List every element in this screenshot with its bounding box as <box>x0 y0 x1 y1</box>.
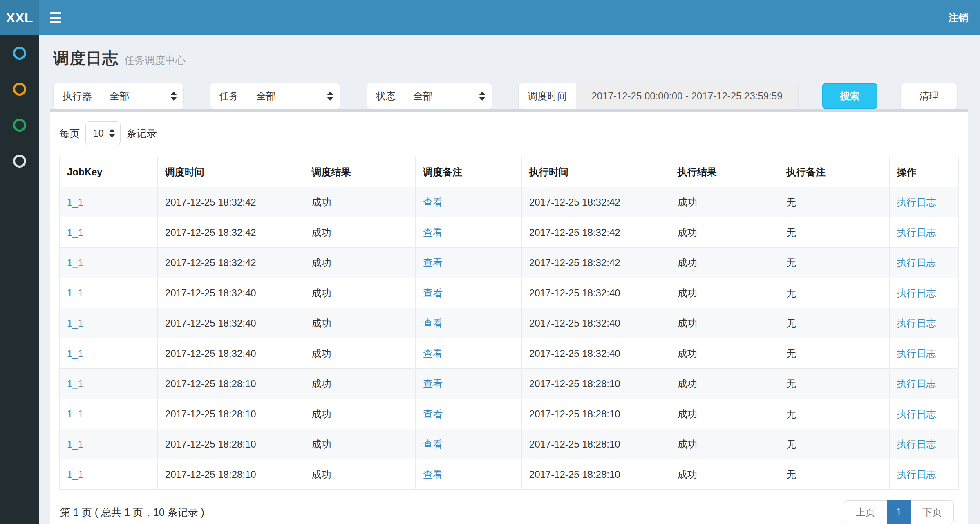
page-size-select[interactable]: 10 <box>85 121 121 145</box>
jobkey-link[interactable]: 1_1 <box>67 378 83 389</box>
circle-outline-icon <box>13 83 26 96</box>
execution-log-link[interactable]: 执行日志 <box>897 287 936 298</box>
handle-time-cell: 2017-12-25 18:32:42 <box>521 217 670 248</box>
trigger-time-cell: 2017-12-25 18:28:10 <box>157 399 304 429</box>
app-logo[interactable]: XXL <box>0 0 39 35</box>
trigger-msg-view-link[interactable]: 查看 <box>423 439 443 450</box>
executor-filter-label: 执行器 <box>53 83 101 109</box>
log-table-body: 1_1 2017-12-25 18:32:42 成功 查看 2017-12-25… <box>60 187 959 490</box>
handle-time-cell: 2017-12-25 18:32:42 <box>521 248 670 278</box>
table-row: 1_1 2017-12-25 18:32:42 成功 查看 2017-12-25… <box>60 187 959 217</box>
jobkey-link[interactable]: 1_1 <box>67 348 83 359</box>
handle-msg-cell: 无 <box>779 459 889 490</box>
handle-result-cell: 成功 <box>670 278 779 308</box>
current-page-button[interactable]: 1 <box>887 500 911 524</box>
status-filter-label: 状态 <box>367 83 405 109</box>
trigger-result-cell: 成功 <box>304 459 416 490</box>
handle-msg-cell: 无 <box>779 429 889 459</box>
status-filter-select[interactable]: 全部 <box>405 83 492 109</box>
prev-page-button[interactable]: 上页 <box>844 500 887 524</box>
executor-filter-select[interactable]: 全部 <box>101 83 184 109</box>
trigger-result-cell: 成功 <box>304 369 416 399</box>
job-filter-label: 任务 <box>210 83 248 109</box>
trigger-time-cell: 2017-12-25 18:32:40 <box>157 308 304 338</box>
trigger-msg-view-link[interactable]: 查看 <box>423 197 443 208</box>
jobkey-link[interactable]: 1_1 <box>67 287 83 298</box>
execution-log-link[interactable]: 执行日志 <box>897 378 936 389</box>
job-filter-select[interactable]: 全部 <box>248 83 340 109</box>
handle-msg-cell: 无 <box>779 399 889 429</box>
pagination: 上页 1 下页 <box>844 500 954 524</box>
handle-msg-cell: 无 <box>779 248 889 278</box>
handle-time-cell: 2017-12-25 18:28:10 <box>521 369 670 399</box>
execution-log-link[interactable]: 执行日志 <box>897 439 936 450</box>
jobkey-link[interactable]: 1_1 <box>67 257 83 268</box>
col-trigger-time: 调度时间 <box>157 157 304 187</box>
trigger-time-cell: 2017-12-25 18:28:10 <box>157 429 304 459</box>
executor-filter-group: 执行器 全部 <box>53 83 184 109</box>
handle-result-cell: 成功 <box>670 459 779 490</box>
trigger-msg-view-link[interactable]: 查看 <box>423 408 443 419</box>
handle-result-cell: 成功 <box>670 429 779 459</box>
execution-log-link[interactable]: 执行日志 <box>897 318 936 329</box>
jobkey-link[interactable]: 1_1 <box>67 408 83 419</box>
jobkey-link[interactable]: 1_1 <box>67 439 83 450</box>
jobkey-link[interactable]: 1_1 <box>67 227 83 238</box>
trigger-time-cell: 2017-12-25 18:32:42 <box>157 248 304 278</box>
trigger-result-cell: 成功 <box>304 248 416 278</box>
trigger-msg-view-link[interactable]: 查看 <box>423 469 443 480</box>
sidebar-menu-item[interactable] <box>0 35 39 71</box>
trigger-time-filter-group: 调度时间 2017-12-25 00:00:00 - 2017-12-25 23… <box>518 83 799 109</box>
page-size-suffix-label: 条记录 <box>126 127 157 140</box>
trigger-time-filter-label: 调度时间 <box>518 83 576 109</box>
handle-msg-cell: 无 <box>779 369 889 399</box>
handle-time-cell: 2017-12-25 18:32:40 <box>521 278 670 308</box>
execution-log-link[interactable]: 执行日志 <box>897 348 936 359</box>
handle-msg-cell: 无 <box>779 278 889 308</box>
sidebar-toggle-button[interactable] <box>39 0 72 35</box>
handle-msg-cell: 无 <box>779 338 889 369</box>
table-footer: 第 1 页 ( 总共 1 页，10 条记录 ) 上页 1 下页 <box>59 500 959 524</box>
trigger-msg-view-link[interactable]: 查看 <box>423 257 443 268</box>
execution-log-link[interactable]: 执行日志 <box>897 408 936 419</box>
trigger-msg-view-link[interactable]: 查看 <box>423 378 443 389</box>
select-arrows-icon <box>327 92 333 101</box>
execution-log-link[interactable]: 执行日志 <box>897 227 936 238</box>
trigger-msg-view-link[interactable]: 查看 <box>423 348 443 359</box>
sidebar-menu-item[interactable] <box>0 107 39 143</box>
col-handle-msg: 执行备注 <box>779 157 889 187</box>
trigger-msg-view-link[interactable]: 查看 <box>423 318 443 329</box>
trigger-msg-view-link[interactable]: 查看 <box>423 227 443 238</box>
col-handle-time: 执行时间 <box>521 157 670 187</box>
trigger-time-range-input[interactable]: 2017-12-25 00:00:00 - 2017-12-25 23:59:5… <box>576 83 799 109</box>
filter-toolbar: 执行器 全部 任务 全部 状态 全部 调度时间 2017-12-25 00: <box>39 83 980 109</box>
next-page-button[interactable]: 下页 <box>911 500 954 524</box>
jobkey-link[interactable]: 1_1 <box>67 197 83 208</box>
sidebar-menu-item[interactable] <box>0 143 39 179</box>
jobkey-link[interactable]: 1_1 <box>67 469 83 480</box>
sidebar-menu-item[interactable] <box>0 71 39 107</box>
trigger-time-cell: 2017-12-25 18:32:40 <box>157 278 304 308</box>
col-trigger-msg: 调度备注 <box>416 157 522 187</box>
col-handle-result: 执行结果 <box>670 157 779 187</box>
handle-msg-cell: 无 <box>779 217 889 248</box>
table-row: 1_1 2017-12-25 18:32:40 成功 查看 2017-12-25… <box>60 278 959 308</box>
col-action: 操作 <box>889 157 958 187</box>
search-button[interactable]: 搜索 <box>822 83 877 109</box>
execution-log-link[interactable]: 执行日志 <box>897 257 936 268</box>
handle-result-cell: 成功 <box>670 308 779 338</box>
table-row: 1_1 2017-12-25 18:32:40 成功 查看 2017-12-25… <box>60 338 959 369</box>
clear-button[interactable]: 清理 <box>900 83 958 109</box>
table-row: 1_1 2017-12-25 18:32:42 成功 查看 2017-12-25… <box>60 248 959 278</box>
logout-link[interactable]: 注销 <box>948 11 969 25</box>
jobkey-link[interactable]: 1_1 <box>67 318 83 329</box>
trigger-result-cell: 成功 <box>304 187 416 217</box>
table-header-row: JobKey 调度时间 调度结果 调度备注 执行时间 执行结果 执行备注 操作 <box>60 157 959 187</box>
trigger-msg-view-link[interactable]: 查看 <box>423 287 443 298</box>
execution-log-link[interactable]: 执行日志 <box>897 197 936 208</box>
select-arrows-icon <box>479 92 486 101</box>
execution-log-link[interactable]: 执行日志 <box>897 469 936 480</box>
trigger-result-cell: 成功 <box>304 429 416 459</box>
job-filter-group: 任务 全部 <box>210 83 340 109</box>
handle-result-cell: 成功 <box>670 399 779 429</box>
